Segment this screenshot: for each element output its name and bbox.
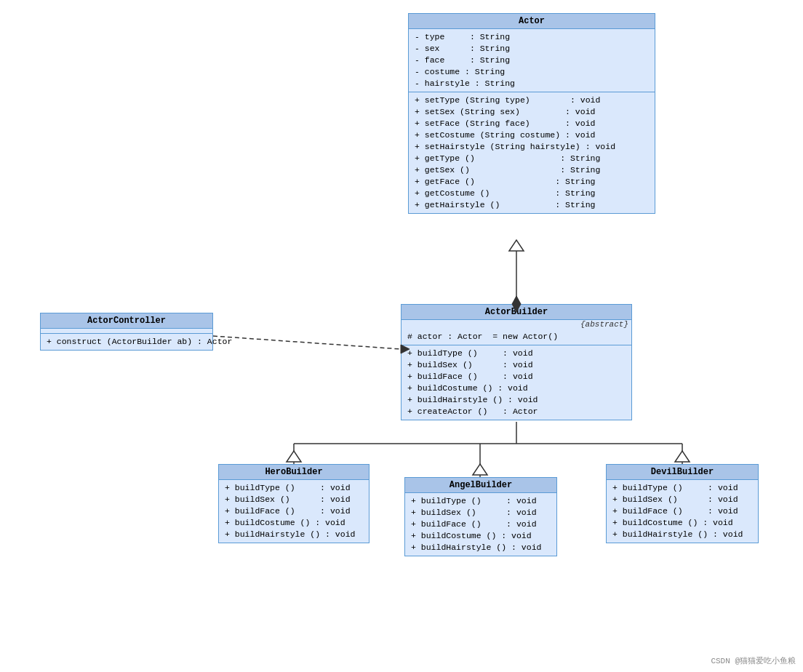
devilbuilder-title: DevilBuilder (607, 465, 758, 480)
herobuilder-title: HeroBuilder (219, 465, 369, 480)
svg-marker-3 (509, 240, 524, 251)
angelbuilder-class: AngelBuilder + buildType () : void + bui… (404, 477, 557, 556)
svg-marker-14 (675, 451, 690, 462)
actorcontroller-fields (41, 329, 212, 334)
actorcontroller-title: ActorController (41, 313, 212, 329)
actorbuilder-fields: # actor : Actor = new Actor() (402, 329, 631, 345)
actor-fields: - type : String - sex : String - face : … (409, 29, 655, 92)
actor-title: Actor (409, 14, 655, 29)
svg-marker-12 (473, 464, 487, 475)
actor-class: Actor - type : String - sex : String - f… (408, 13, 655, 214)
herobuilder-methods: + buildType () : void + buildSex () : vo… (219, 480, 369, 543)
devilbuilder-methods: + buildType () : void + buildSex () : vo… (607, 480, 758, 543)
herobuilder-class: HeroBuilder + buildType () : void + buil… (218, 464, 369, 543)
actorcontroller-methods: + construct (ActorBuilder ab) : Actor (41, 334, 212, 350)
actorbuilder-title: ActorBuilder (402, 305, 631, 320)
devilbuilder-class: DevilBuilder + buildType () : void + bui… (606, 464, 759, 543)
svg-line-5 (213, 336, 401, 349)
actorbuilder-methods: + buildType () : void + buildSex () : vo… (402, 345, 631, 420)
diagram-container: Actor - type : String - sex : String - f… (0, 0, 803, 672)
angelbuilder-methods: + buildType () : void + buildSex () : vo… (405, 493, 556, 556)
actor-methods: + setType (String type) : void + setSex … (409, 92, 655, 213)
svg-marker-10 (287, 451, 301, 462)
actorcontroller-class: ActorController + construct (ActorBuilde… (40, 313, 213, 351)
angelbuilder-title: AngelBuilder (405, 478, 556, 493)
actorbuilder-class: ActorBuilder {abstract} # actor : Actor … (401, 304, 632, 420)
abstract-label: {abstract} (402, 320, 631, 329)
watermark: CSDN @猫猫爱吃小鱼粮 (711, 655, 796, 666)
